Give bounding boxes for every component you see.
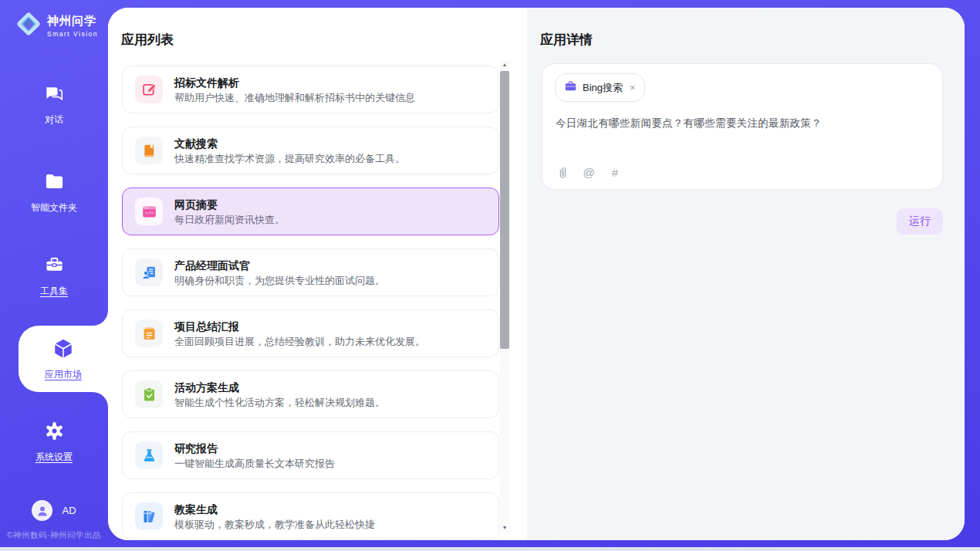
attachment-toolbar: @#: [556, 165, 622, 179]
app-card-desc: 智能生成个性化活动方案，轻松解决规划难题。: [174, 397, 385, 407]
content-area: 应用列表 招标文件解析帮助用户快速、准确地理解和解析招标书中的关键信息文献搜索快…: [108, 8, 965, 540]
folder-icon: [44, 171, 65, 195]
app-list-title: 应用列表: [121, 31, 174, 49]
app-card-lesson-plan-generation[interactable]: 教案生成模板驱动，教案秒成，教学准备从此轻松快捷: [122, 492, 499, 540]
tool-chip-label: Bing搜索: [583, 81, 623, 95]
interviewer-icon: [135, 259, 163, 286]
app-card-event-plan-generation[interactable]: 活动方案生成智能生成个性化活动方案，轻松解决规划难题。: [122, 370, 499, 418]
app-card-desc: 一键智能生成高质量长文本研究报告: [174, 458, 335, 468]
scroll-down-icon[interactable]: ▼: [500, 523, 509, 532]
blob-top-fillet: [93, 310, 108, 326]
sidebar-item-label: 智能文件夹: [31, 201, 77, 215]
logo-diamond-icon: [15, 11, 42, 40]
query-text[interactable]: 今日湖北有哪些新闻要点？有哪些需要关注的最新政策？: [556, 117, 930, 130]
app-card-title: 文献搜索: [174, 138, 405, 149]
scroll-up-icon[interactable]: ▲: [500, 60, 509, 69]
sidebar-item-chat[interactable]: 对话: [0, 83, 108, 127]
sidebar-item-toolset[interactable]: 工具集: [0, 255, 108, 298]
app-card-desc: 全面回顾项目进展，总结经验教训，助力未来优化发展。: [174, 336, 425, 346]
cube-icon: [52, 337, 75, 363]
app-card-title: 活动方案生成: [174, 382, 385, 393]
sidebar-item-label: 应用市场: [45, 368, 82, 381]
app-card-desc: 快速精准查找学术资源，提高研究效率的必备工具。: [174, 154, 405, 164]
browser-code-icon: </>: [135, 198, 163, 225]
clipboard-check-icon: [135, 380, 163, 408]
app-card-list: 招标文件解析帮助用户快速、准确地理解和解析招标书中的关键信息文献搜索快速精准查找…: [122, 66, 499, 540]
scrollbar-thumb[interactable]: [500, 71, 509, 349]
briefcase-icon: [564, 79, 577, 96]
bottom-edge-strip: [0, 547, 980, 551]
app-card-desc: 帮助用户快速、准确地理解和解析招标书中的关键信息: [174, 93, 415, 103]
app-card-desc: 每日政府新闻资讯快查。: [174, 215, 285, 225]
app-card-title: 项目总结汇报: [174, 321, 425, 332]
app-list-panel: 应用列表 招标文件解析帮助用户快速、准确地理解和解析招标书中的关键信息文献搜索快…: [108, 8, 527, 540]
app-card-web-summary[interactable]: </>网页摘要每日政府新闻资讯快查。: [122, 188, 499, 235]
app-card-title: 教案生成: [174, 504, 375, 515]
app-card-project-summary-report[interactable]: 项目总结汇报全面回顾项目进展，总结经验教训，助力未来优化发展。: [122, 309, 499, 357]
blob-bottom-fillet: [93, 392, 108, 407]
gear-icon: [44, 421, 65, 445]
app-logo: 神州问学 Smart Vision: [15, 11, 98, 40]
sidebar-item-label: 工具集: [40, 285, 68, 298]
edit-square-icon: [135, 76, 163, 103]
sidebar: 神州问学 Smart Vision 对话智能文件夹工具集应用市场系统设置 AD …: [0, 0, 108, 547]
at-icon[interactable]: @: [582, 165, 596, 179]
app-window: 神州问学 Smart Vision 对话智能文件夹工具集应用市场系统设置 AD …: [0, 0, 980, 551]
chat-icon: [44, 83, 65, 107]
sidebar-item-system-settings[interactable]: 系统设置: [0, 421, 108, 464]
app-card-literature-search[interactable]: 文献搜索快速精准查找学术资源，提高研究效率的必备工具。: [122, 127, 499, 174]
app-card-title: 招标文件解析: [174, 77, 415, 88]
sidebar-item-label: 对话: [45, 113, 63, 127]
tool-chip-bing-search[interactable]: Bing搜索 ×: [555, 73, 645, 102]
user-name: AD: [62, 505, 76, 516]
sidebar-item-smart-folder[interactable]: 智能文件夹: [0, 171, 108, 215]
list-scrollbar[interactable]: ▲ ▼: [500, 60, 509, 532]
chip-close-icon[interactable]: ×: [630, 82, 636, 93]
paperclip-icon[interactable]: [556, 165, 569, 179]
toolbox-icon: [44, 255, 65, 279]
copyright-footer: ©神州数码·神州问学出品: [0, 530, 108, 541]
app-card-research-report[interactable]: 研究报告一键智能生成高质量长文本研究报告: [122, 431, 499, 479]
run-button[interactable]: 运行: [897, 208, 943, 235]
book-icon: [135, 137, 163, 164]
app-card-title: 网页摘要: [174, 199, 285, 210]
app-card-title: 研究报告: [174, 443, 335, 454]
app-detail-title: 应用详情: [540, 31, 593, 49]
books-icon: [135, 502, 163, 530]
query-input[interactable]: Bing搜索 × 今日湖北有哪些新闻要点？有哪些需要关注的最新政策？ @#: [542, 63, 943, 190]
svg-text:</>: </>: [145, 211, 154, 216]
notepad-icon: [135, 319, 163, 347]
app-card-pm-interviewer[interactable]: 产品经理面试官明确身份和职责，为您提供专业性的面试问题。: [122, 248, 499, 296]
app-card-desc: 模板驱动，教案秒成，教学准备从此轻松快捷: [174, 519, 375, 529]
sidebar-item-app-market[interactable]: 应用市场: [19, 326, 108, 392]
flask-icon: [135, 441, 163, 469]
app-card-title: 产品经理面试官: [174, 260, 385, 271]
hash-icon[interactable]: #: [608, 165, 622, 179]
sidebar-item-label: 系统设置: [35, 451, 73, 464]
user-account[interactable]: AD: [0, 500, 108, 521]
avatar: [32, 500, 52, 521]
app-card-bid-document-parsing[interactable]: 招标文件解析帮助用户快速、准确地理解和解析招标书中的关键信息: [122, 66, 499, 113]
logo-subtitle: Smart Vision: [47, 30, 98, 38]
app-card-desc: 明确身份和职责，为您提供专业性的面试问题。: [174, 276, 385, 286]
logo-title: 神州问学: [47, 14, 98, 29]
app-detail-panel: 应用详情 Bing搜索 × 今日湖北有哪些新闻要点？有哪些需要关注的最新政策？ …: [527, 8, 965, 540]
